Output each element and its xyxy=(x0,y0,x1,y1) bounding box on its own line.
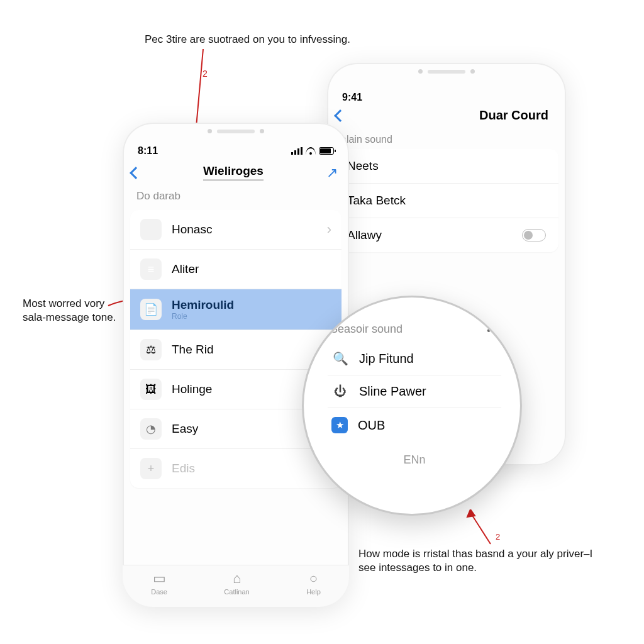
annotation-badge-bottom: 2 xyxy=(496,532,500,543)
battery-icon xyxy=(319,147,334,155)
list-item-label: Edis xyxy=(172,462,195,475)
svg-line-3 xyxy=(470,513,491,544)
magnifier-section-label: Seasoir sound xyxy=(330,323,402,336)
list-item-label: Neets xyxy=(347,159,379,173)
list-item-hemiroulid[interactable]: 📄 Hemiroulid Role xyxy=(130,289,341,330)
section-header: alain sound xyxy=(327,129,566,149)
list-item-label: Allawy xyxy=(347,228,382,242)
tab-label: Dase xyxy=(151,588,167,596)
list-item-label: OUB xyxy=(358,418,385,433)
star-icon: ★ xyxy=(331,417,348,433)
list-item-label: Honasc xyxy=(172,223,212,236)
share-icon[interactable]: ↗ xyxy=(326,165,338,181)
list-item[interactable]: Neets xyxy=(335,149,558,184)
list-item[interactable]: Allawy xyxy=(335,218,558,252)
clock-time: 8:11 xyxy=(138,145,158,157)
chevron-right-icon: › xyxy=(327,221,331,238)
list-item-honasc[interactable]: Honasc › xyxy=(130,210,341,250)
page-title: Duar Courd xyxy=(479,108,548,123)
toggle-switch[interactable] xyxy=(522,229,546,242)
page-title: Wieliroges xyxy=(203,164,264,181)
notch xyxy=(208,129,264,133)
tab-bar: ▭ Dase ⌂ Catlinan ○ Help xyxy=(123,565,349,607)
list-item-aliter[interactable]: ≡ Aliter xyxy=(130,250,341,289)
list-item-edis[interactable]: + Edis xyxy=(130,449,341,488)
status-icons xyxy=(291,147,334,155)
list-item-label: Taka Betck xyxy=(347,194,406,208)
list-item[interactable]: 🔍 Jip Fitund xyxy=(328,342,501,375)
annotation-arrow-bottom xyxy=(465,509,497,547)
nav-bar: Duar Courd xyxy=(327,107,566,129)
annotation-badge-top: 2 xyxy=(203,68,208,79)
nav-bar: Wieliroges ↗ xyxy=(123,160,349,187)
tab-icon: ▭ xyxy=(151,570,167,587)
tab-icon: ⌂ xyxy=(224,570,249,587)
wifi-icon xyxy=(306,147,316,155)
card-icon: 🖼 xyxy=(140,379,162,400)
magnifier-lens: Seasoir sound ••• 🔍 Jip Fitund ⏻ Sline P… xyxy=(302,296,522,516)
status-bar: 8:11 xyxy=(123,123,349,160)
list-item-label: The Rid xyxy=(172,343,214,357)
tab-help[interactable]: ○ Help xyxy=(306,570,321,596)
search-icon: 🔍 xyxy=(331,351,349,366)
list-item-label: Jip Fitund xyxy=(359,352,414,366)
note-icon: 📄 xyxy=(140,299,162,320)
list-item-label: Sline Pawer xyxy=(359,384,426,399)
tab-dase[interactable]: ▭ Dase xyxy=(151,570,167,596)
drive-icon xyxy=(140,219,162,240)
figure-icon: ⚖ xyxy=(140,339,162,360)
signal-icon xyxy=(291,147,303,155)
annotation-bottom: How mode is rristal thas basnd a your al… xyxy=(358,547,597,575)
list-item[interactable]: ★ OUB xyxy=(328,408,501,442)
tab-label: Help xyxy=(306,588,321,596)
svg-marker-4 xyxy=(467,509,475,517)
tab-icon: ○ xyxy=(306,570,321,587)
tab-label: Catlinan xyxy=(224,588,249,596)
power-icon: ⏻ xyxy=(331,384,349,399)
back-button[interactable] xyxy=(334,109,347,122)
magnifier-footer: ENn xyxy=(328,453,501,467)
svg-line-0 xyxy=(196,49,203,134)
annotation-top: Pec 3tire are suotraed on you to infvess… xyxy=(145,33,415,47)
tab-catlinan[interactable]: ⌂ Catlinan xyxy=(224,570,249,596)
list-item-label: Holinge xyxy=(172,382,212,396)
back-button[interactable] xyxy=(130,167,142,179)
plus-icon: + xyxy=(140,458,162,479)
list-item-label: Easy xyxy=(172,422,198,436)
list-item[interactable]: ⏻ Sline Pawer xyxy=(328,375,501,408)
clock-time: 9:41 xyxy=(342,92,362,103)
list-item[interactable]: Taka Betck xyxy=(335,184,558,218)
list-icon: ≡ xyxy=(140,258,162,280)
list-item-label: Hemiroulid Role xyxy=(172,298,234,321)
list-item-label: Aliter xyxy=(172,262,199,276)
notch xyxy=(418,69,475,74)
list-item-sublabel: Role xyxy=(172,312,234,321)
clock-icon: ◔ xyxy=(140,418,162,440)
section-header: Do darab xyxy=(123,187,349,210)
settings-list: Neets Taka Betck Allawy xyxy=(335,149,558,252)
